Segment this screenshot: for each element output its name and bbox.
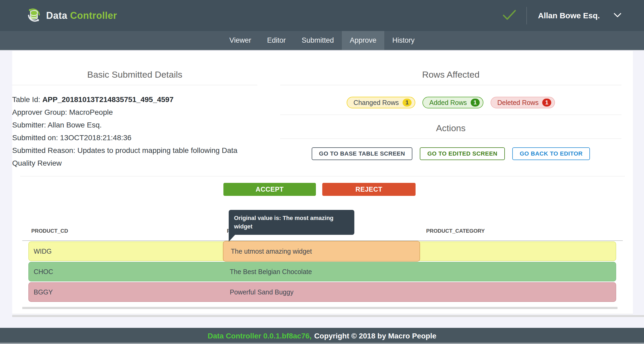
data-controller-logo-icon bbox=[27, 8, 41, 24]
diff-table: WIDG The utmost amazing widget CHOC The … bbox=[28, 241, 616, 303]
action-buttons: GO TO BASE TABLE SCREEN GO TO EDITED SCR… bbox=[280, 147, 621, 160]
go-back-to-editor-button[interactable]: GO BACK TO EDITOR bbox=[512, 147, 590, 160]
deleted-rows-badge: Deleted Rows 1 bbox=[491, 97, 555, 108]
table-horizontal-scrollbar[interactable] bbox=[22, 307, 617, 309]
topbar-divider bbox=[526, 7, 527, 24]
go-to-base-table-screen-button[interactable]: GO TO BASE TABLE SCREEN bbox=[312, 147, 413, 160]
rows-affected-badges: Changed Rows 1 Added Rows 1 Deleted Rows… bbox=[280, 97, 621, 108]
deleted-rows-count: 1 bbox=[542, 99, 551, 107]
cell-product-cd: BGGY bbox=[34, 283, 53, 301]
user-name: Allan Bowe Esq. bbox=[538, 11, 600, 20]
window-bottom-edge bbox=[0, 343, 644, 344]
chevron-down-icon[interactable] bbox=[614, 13, 621, 19]
content-card: Basic Submitted Details Table Id: APP_20… bbox=[12, 51, 633, 314]
detail-submitter: Submitter: Allan Bowe Esq. bbox=[12, 119, 257, 131]
user-menu[interactable]: Allan Bowe Esq. bbox=[538, 0, 621, 31]
reject-button[interactable]: REJECT bbox=[322, 183, 416, 196]
footer-version: Data Controller 0.0.1.bf8ac76, bbox=[208, 332, 311, 340]
column-header-product-category: PRODUCT_CATEGORY bbox=[426, 228, 485, 234]
detail-approver-group: Approver Group: MacroPeople bbox=[12, 106, 257, 119]
changed-value-cell[interactable]: The utmost amazing widget bbox=[223, 241, 420, 262]
check-icon bbox=[502, 10, 516, 22]
detail-submitted-on: Submitted on: 13OCT2018:21:48:36 bbox=[12, 131, 257, 144]
detail-submitted-reason: Submitted Reason: Updates to product map… bbox=[12, 144, 257, 170]
added-rows-badge: Added Rows 1 bbox=[422, 97, 483, 108]
table-row[interactable]: BGGY Powerful Sand Buggy bbox=[28, 282, 616, 302]
badges-bottom-divider bbox=[280, 114, 621, 115]
nav-tab-history[interactable]: History bbox=[384, 31, 422, 50]
card-divider bbox=[20, 176, 625, 177]
rows-affected-title: Rows Affected bbox=[280, 69, 621, 80]
added-rows-count: 1 bbox=[471, 99, 480, 107]
cell-product-cd: CHOC bbox=[34, 262, 53, 281]
app-logo: Data Controller bbox=[27, 0, 117, 31]
accept-button[interactable]: ACCEPT bbox=[223, 183, 316, 196]
tooltip-arrow bbox=[229, 235, 235, 242]
nav-tab-editor[interactable]: Editor bbox=[259, 31, 294, 50]
table-row[interactable]: CHOC The Best Belgian Chocolate bbox=[28, 262, 616, 281]
cell-product-cd: WIDG bbox=[34, 242, 52, 261]
nav-tab-approve[interactable]: Approve bbox=[342, 31, 385, 50]
original-value-tooltip: Original value is: The most amazing widg… bbox=[229, 210, 354, 235]
go-to-edited-screen-button[interactable]: GO TO EDITED SCREEN bbox=[420, 147, 505, 160]
detail-table-id: Table Id: APP_20181013T214835751_495_459… bbox=[12, 93, 257, 106]
app-title: Data Controller bbox=[46, 10, 117, 21]
column-header-product-cd: PRODUCT_CD bbox=[31, 228, 68, 234]
submitted-details-fields: Table Id: APP_20181013T214835751_495_459… bbox=[12, 93, 257, 170]
top-bar: Data Controller Allan Bowe Esq. bbox=[0, 0, 644, 31]
main-nav: Viewer Editor Submitted Approve History bbox=[0, 31, 644, 50]
cell-product-desc: Powerful Sand Buggy bbox=[230, 283, 293, 301]
actions-divider bbox=[280, 138, 621, 139]
nav-tab-viewer[interactable]: Viewer bbox=[222, 31, 259, 50]
page-horizontal-scrollbar[interactable] bbox=[12, 315, 644, 317]
details-divider bbox=[12, 85, 257, 85]
table-row[interactable]: WIDG The utmost amazing widget bbox=[28, 241, 616, 261]
footer: Data Controller 0.0.1.bf8ac76, Copyright… bbox=[0, 328, 644, 344]
rows-affected-divider bbox=[280, 85, 621, 85]
nav-tab-submitted[interactable]: Submitted bbox=[294, 31, 342, 50]
actions-title: Actions bbox=[280, 123, 621, 133]
basic-submitted-details-title: Basic Submitted Details bbox=[12, 69, 257, 80]
changed-rows-count: 1 bbox=[403, 99, 412, 107]
changed-rows-badge: Changed Rows 1 bbox=[347, 97, 415, 108]
footer-copyright: Copyright © 2018 by Macro People bbox=[314, 332, 436, 340]
cell-product-desc: The Best Belgian Chocolate bbox=[230, 262, 312, 281]
